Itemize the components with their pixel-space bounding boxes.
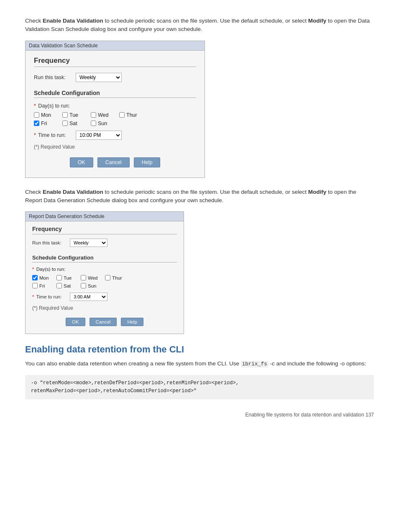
dialog1-checkbox-sat[interactable]: [62, 121, 68, 126]
dialog1-day-fri[interactable]: Fri: [34, 121, 58, 126]
page-footer: Enabling file systems for data retention…: [25, 412, 374, 418]
dialog2-day-thur[interactable]: Thur: [105, 275, 126, 280]
bold-modify-2: Modify: [308, 189, 327, 195]
dialog2-checkbox-mon[interactable]: [32, 275, 38, 280]
dialog2-day-wed[interactable]: Wed: [81, 275, 102, 280]
dialog2-ok-button[interactable]: OK: [66, 318, 85, 326]
bold-enable-data-validation-1: Enable Data Validation: [43, 18, 103, 24]
para2-text-middle: to schedule periodic scans on the file s…: [103, 189, 308, 195]
dialog2-title: Report Data Generation Schedule: [29, 213, 105, 219]
dialog1-body: Frequency Run this task: Weekly Schedule…: [26, 51, 205, 177]
dialog2-time-row: * Time to run: 3:00 AM: [32, 293, 177, 301]
bold-enable-data-validation-2: Enable Data Validation: [43, 189, 103, 195]
dialog1-cancel-button[interactable]: Cancel: [97, 157, 130, 167]
dialog2-run-task-select[interactable]: Weekly: [70, 239, 107, 247]
dialog1-days-grid: Mon Tue Wed Thur Fri: [34, 112, 196, 126]
dialog2-cancel-button[interactable]: Cancel: [90, 318, 117, 326]
dialog2-days-row2: Fri Sat Sun: [32, 283, 177, 288]
dialog2-body: Frequency Run this task: Weekly Schedule…: [26, 221, 184, 334]
cli-code-block: -o "retenMode=<mode>,retenDefPeriod=<per…: [25, 375, 374, 399]
dialog1-schedule-config-heading: Schedule Configuration: [34, 90, 196, 98]
dialog1-frequency-heading: Frequency: [34, 57, 196, 67]
dialog2-days-required-star: *: [32, 267, 34, 272]
dialog2-run-task-label: Run this task:: [32, 240, 70, 245]
dialog2-checkbox-sun[interactable]: [81, 283, 86, 288]
dialog2-day-sun[interactable]: Sun: [81, 283, 102, 288]
dialog1-run-task-select[interactable]: Weekly: [76, 73, 122, 82]
dialog2-label-sat: Sat: [64, 283, 71, 288]
dialog2-label-tue: Tue: [64, 275, 72, 280]
dialog1-day-wed[interactable]: Wed: [91, 112, 115, 118]
dialog1-label-fri: Fri: [41, 121, 47, 126]
dialog1-label-sat: Sat: [69, 121, 77, 126]
dialog2-required-note: (*) Required Value: [32, 305, 177, 311]
dialog1-ok-button[interactable]: OK: [70, 157, 93, 167]
dialog2-time-select[interactable]: 3:00 AM: [70, 293, 107, 301]
dialog2-checkbox-sat[interactable]: [56, 283, 62, 288]
dialog2-day-mon[interactable]: Mon: [32, 275, 53, 280]
dialog1-days-required-star: *: [34, 103, 36, 109]
data-validation-scan-schedule-dialog: Data Validation Scan Schedule Frequency …: [25, 41, 205, 178]
dialog1-footer: OK Cancel Help: [34, 154, 196, 172]
cli-code-inline1: ibrix_fs: [241, 361, 269, 368]
dialog2-frequency-heading: Frequency: [32, 226, 177, 234]
dialog1-run-task-row: Run this task: Weekly: [34, 73, 196, 82]
dialog2-days-grid: Mon Tue Wed Thur Fri: [32, 275, 177, 288]
dialog2-label-wed: Wed: [88, 275, 97, 280]
cli-para-text: You can also enable data retention when …: [25, 360, 241, 367]
dialog2-days-label: * Day(s) to run:: [32, 267, 177, 272]
dialog1-days-row1: Mon Tue Wed Thur: [34, 112, 196, 118]
dialog2-day-tue[interactable]: Tue: [56, 275, 77, 280]
bold-modify-1: Modify: [308, 18, 327, 24]
dialog1-days-row2: Fri Sat Sun: [34, 121, 196, 126]
dialog1-help-button[interactable]: Help: [134, 157, 161, 167]
dialog1-label-mon: Mon: [41, 112, 51, 118]
dialog1-checkbox-wed[interactable]: [91, 112, 96, 118]
dialog2-days-label-text: Day(s) to run:: [36, 267, 66, 272]
dialog2-schedule-config-heading: Schedule Configuration: [32, 254, 177, 262]
dialog1-days-label-text: Day(s) to run:: [38, 103, 70, 109]
dialog1-day-sun[interactable]: Sun: [91, 121, 115, 126]
dialog1-checkbox-thur[interactable]: [119, 112, 125, 118]
para1-text-middle: to schedule periodic scans on the file s…: [105, 18, 308, 24]
dialog2-footer: OK Cancel Help: [32, 315, 177, 329]
dialog1-checkbox-fri[interactable]: [34, 121, 39, 126]
dialog2-label-thur: Thur: [112, 275, 122, 280]
dialog2-checkbox-wed[interactable]: [81, 275, 86, 280]
dialog1-checkbox-sun[interactable]: [91, 121, 96, 126]
intro-paragraph-2: Check Enable Data Validation to schedule…: [25, 188, 374, 205]
dialog2-checkbox-thur[interactable]: [105, 275, 110, 280]
cli-para: You can also enable data retention when …: [25, 359, 374, 368]
dialog2-label-sun: Sun: [88, 283, 96, 288]
dialog1-required-note: (*) Required Value: [34, 144, 196, 150]
dialog2-day-sat[interactable]: Sat: [56, 283, 77, 288]
dialog2-run-task-row: Run this task: Weekly: [32, 239, 177, 247]
dialog2-time-required-star: *: [32, 294, 34, 299]
dialog2-help-button[interactable]: Help: [121, 318, 143, 326]
dialog1-time-required-star: *: [34, 132, 36, 138]
cli-section-heading: Enabling data retention from the CLI: [25, 344, 374, 355]
dialog2-label-mon: Mon: [39, 275, 49, 280]
dialog1-label-tue: Tue: [69, 112, 78, 118]
dialog1-run-task-label: Run this task:: [34, 75, 76, 80]
dialog2-checkbox-tue[interactable]: [56, 275, 62, 280]
dialog2-checkbox-fri[interactable]: [32, 283, 38, 288]
dialog1-time-select[interactable]: 10:00 PM: [76, 131, 122, 140]
dialog1-title: Data Validation Scan Schedule: [29, 43, 98, 49]
dialog1-checkbox-tue[interactable]: [62, 112, 68, 118]
dialog2-days-row1: Mon Tue Wed Thur: [32, 275, 177, 280]
dialog1-day-sat[interactable]: Sat: [62, 121, 87, 126]
dialog1-day-thur[interactable]: Thur: [119, 112, 143, 118]
cli-section: Enabling data retention from the CLI You…: [25, 344, 374, 399]
dialog1-days-label: * Day(s) to run:: [34, 103, 196, 109]
intro-paragraph-1: Check Enable Data Validation to schedule…: [25, 17, 374, 34]
dialog1-title-bar: Data Validation Scan Schedule: [26, 41, 205, 51]
dialog2-time-label: * Time to run:: [32, 294, 70, 299]
dialog1-checkbox-mon[interactable]: [34, 112, 39, 118]
dialog1-label-thur: Thur: [126, 112, 137, 118]
dialog1-time-label: * Time to run:: [34, 132, 76, 138]
dialog2-day-fri[interactable]: Fri: [32, 283, 53, 288]
dialog1-day-tue[interactable]: Tue: [62, 112, 87, 118]
dialog1-day-mon[interactable]: Mon: [34, 112, 58, 118]
dialog1-label-sun: Sun: [98, 121, 107, 126]
